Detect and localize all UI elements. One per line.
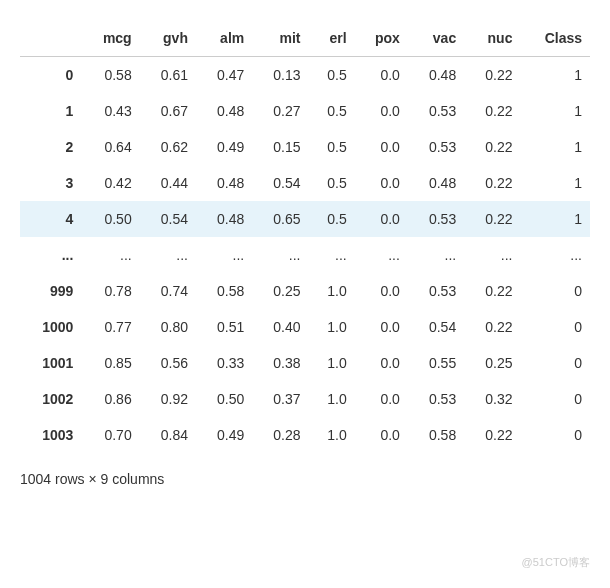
cell: ... bbox=[355, 237, 408, 273]
cell: 0.0 bbox=[355, 201, 408, 237]
cell: 0.0 bbox=[355, 165, 408, 201]
cell: ... bbox=[464, 237, 520, 273]
cell: 0.44 bbox=[140, 165, 196, 201]
shape-summary: 1004 rows × 9 columns bbox=[20, 471, 590, 487]
cell: 0.5 bbox=[309, 57, 355, 94]
cell: 0.77 bbox=[81, 309, 139, 345]
cell: 0 bbox=[520, 345, 590, 381]
cell: 0 bbox=[520, 309, 590, 345]
cell: 0.0 bbox=[355, 57, 408, 94]
cell: 0.80 bbox=[140, 309, 196, 345]
cell: ... bbox=[252, 237, 308, 273]
cell: 0.22 bbox=[464, 165, 520, 201]
cell: 0.25 bbox=[252, 273, 308, 309]
table-row: 00.580.610.470.130.50.00.480.221 bbox=[20, 57, 590, 94]
table-row: 20.640.620.490.150.50.00.530.221 bbox=[20, 129, 590, 165]
cell: 0.64 bbox=[81, 129, 139, 165]
cell: 1.0 bbox=[309, 381, 355, 417]
cell: 0.54 bbox=[140, 201, 196, 237]
cell: 1 bbox=[520, 93, 590, 129]
cell: 0.74 bbox=[140, 273, 196, 309]
cell: 0.58 bbox=[196, 273, 252, 309]
cell: 1.0 bbox=[309, 309, 355, 345]
table-row: 40.500.540.480.650.50.00.530.221 bbox=[20, 201, 590, 237]
cell: 0.5 bbox=[309, 201, 355, 237]
column-header: Class bbox=[520, 20, 590, 57]
row-index: 2 bbox=[20, 129, 81, 165]
cell: 0.70 bbox=[81, 417, 139, 453]
cell: 0.0 bbox=[355, 93, 408, 129]
column-header: mit bbox=[252, 20, 308, 57]
cell: 0.92 bbox=[140, 381, 196, 417]
cell: 0.48 bbox=[408, 165, 464, 201]
cell: 0.22 bbox=[464, 417, 520, 453]
cell: 0.48 bbox=[196, 93, 252, 129]
cell: 0.62 bbox=[140, 129, 196, 165]
cell: 1 bbox=[520, 129, 590, 165]
cell: 1 bbox=[520, 165, 590, 201]
cell: 0.33 bbox=[196, 345, 252, 381]
cell: 0.43 bbox=[81, 93, 139, 129]
cell: ... bbox=[520, 237, 590, 273]
cell: 0.85 bbox=[81, 345, 139, 381]
cell: 0.5 bbox=[309, 93, 355, 129]
cell: 0.84 bbox=[140, 417, 196, 453]
cell: 0.25 bbox=[464, 345, 520, 381]
cell: 0.47 bbox=[196, 57, 252, 94]
cell: 0.15 bbox=[252, 129, 308, 165]
cell: 0.58 bbox=[408, 417, 464, 453]
row-index: ... bbox=[20, 237, 81, 273]
cell: 0 bbox=[520, 381, 590, 417]
row-index: 1002 bbox=[20, 381, 81, 417]
table-row: 30.420.440.480.540.50.00.480.221 bbox=[20, 165, 590, 201]
cell: 0.32 bbox=[464, 381, 520, 417]
table-row: 9990.780.740.580.251.00.00.530.220 bbox=[20, 273, 590, 309]
cell: 0.53 bbox=[408, 129, 464, 165]
table-row: 10030.700.840.490.281.00.00.580.220 bbox=[20, 417, 590, 453]
table-row: 10020.860.920.500.371.00.00.530.320 bbox=[20, 381, 590, 417]
column-header: erl bbox=[309, 20, 355, 57]
cell: 1.0 bbox=[309, 345, 355, 381]
row-index: 4 bbox=[20, 201, 81, 237]
cell: 0.0 bbox=[355, 345, 408, 381]
cell: 0.50 bbox=[81, 201, 139, 237]
cell: 0.42 bbox=[81, 165, 139, 201]
column-header: nuc bbox=[464, 20, 520, 57]
row-index: 1000 bbox=[20, 309, 81, 345]
cell: 0.40 bbox=[252, 309, 308, 345]
index-header bbox=[20, 20, 81, 57]
cell: 1 bbox=[520, 57, 590, 94]
cell: 0.22 bbox=[464, 201, 520, 237]
cell: 1.0 bbox=[309, 417, 355, 453]
cell: 0.53 bbox=[408, 201, 464, 237]
row-index: 0 bbox=[20, 57, 81, 94]
cell: 0.22 bbox=[464, 309, 520, 345]
cell: 0.0 bbox=[355, 381, 408, 417]
table-header: mcggvhalmmiterlpoxvacnucClass bbox=[20, 20, 590, 57]
cell: 0.48 bbox=[408, 57, 464, 94]
row-index: 3 bbox=[20, 165, 81, 201]
column-header: vac bbox=[408, 20, 464, 57]
row-index: 1001 bbox=[20, 345, 81, 381]
cell: 0.50 bbox=[196, 381, 252, 417]
cell: 0.65 bbox=[252, 201, 308, 237]
cell: ... bbox=[81, 237, 139, 273]
table-row: 10010.850.560.330.381.00.00.550.250 bbox=[20, 345, 590, 381]
cell: 0.86 bbox=[81, 381, 139, 417]
ellipsis-row: .............................. bbox=[20, 237, 590, 273]
cell: 0.78 bbox=[81, 273, 139, 309]
row-index: 999 bbox=[20, 273, 81, 309]
cell: ... bbox=[196, 237, 252, 273]
cell: 0.5 bbox=[309, 129, 355, 165]
cell: 0.48 bbox=[196, 165, 252, 201]
table-row: 10.430.670.480.270.50.00.530.221 bbox=[20, 93, 590, 129]
cell: 0.53 bbox=[408, 381, 464, 417]
cell: 1 bbox=[520, 201, 590, 237]
cell: 0.0 bbox=[355, 129, 408, 165]
cell: 0.49 bbox=[196, 129, 252, 165]
cell: 0.61 bbox=[140, 57, 196, 94]
cell: 0.54 bbox=[252, 165, 308, 201]
cell: 0.0 bbox=[355, 417, 408, 453]
column-header: pox bbox=[355, 20, 408, 57]
cell: 1.0 bbox=[309, 273, 355, 309]
